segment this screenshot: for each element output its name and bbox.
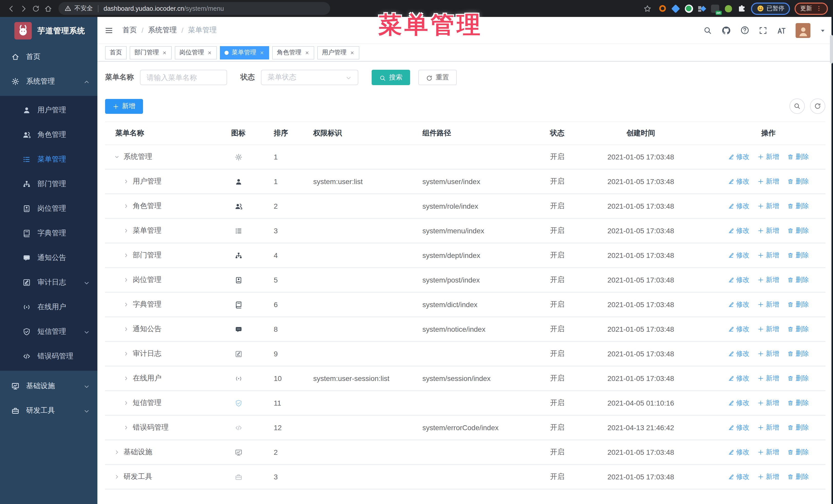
expand-toggle[interactable]	[123, 253, 129, 258]
row-edit-link[interactable]: 修改	[728, 152, 749, 162]
sidebar-item-badge[interactable]: 岗位管理	[0, 196, 97, 221]
row-delete-link[interactable]: 删除	[787, 349, 809, 358]
expand-toggle[interactable]	[123, 278, 129, 283]
extension-green-check-icon[interactable]	[685, 4, 693, 13]
row-edit-link[interactable]: 修改	[728, 423, 749, 432]
browser-reload-button[interactable]	[32, 4, 40, 13]
status-select[interactable]: 菜单状态	[261, 70, 358, 85]
row-edit-link[interactable]: 修改	[728, 177, 749, 186]
help-icon[interactable]	[740, 25, 749, 35]
bookmark-star-icon[interactable]	[643, 4, 651, 13]
tab-home[interactable]: 首页	[105, 46, 127, 59]
expand-toggle[interactable]	[123, 228, 129, 233]
tab-item-4[interactable]: 角色管理	[272, 46, 314, 59]
breadcrumb-item[interactable]: 系统管理	[148, 26, 177, 35]
expand-toggle[interactable]	[123, 425, 129, 430]
row-edit-link[interactable]: 修改	[728, 472, 749, 481]
row-add-link[interactable]: 新增	[758, 152, 779, 162]
tab-item-1[interactable]: 部门管理	[130, 46, 172, 59]
row-delete-link[interactable]: 删除	[787, 251, 809, 260]
extensions-puzzle-icon[interactable]	[737, 4, 746, 13]
expand-toggle[interactable]	[114, 450, 119, 455]
expand-toggle[interactable]	[123, 203, 129, 209]
row-add-link[interactable]: 新增	[758, 226, 779, 235]
close-tab-icon[interactable]	[207, 50, 212, 55]
sidebar-item-log[interactable]: 审计日志	[0, 270, 97, 295]
extension-bug-icon[interactable]	[724, 4, 733, 13]
close-tab-icon[interactable]	[259, 50, 264, 55]
row-add-link[interactable]: 新增	[758, 472, 779, 481]
sidebar-item-monitor[interactable]: 基础设施	[0, 374, 97, 399]
sidebar-item-toolbox[interactable]: 研发工具	[0, 399, 97, 423]
expand-toggle[interactable]	[123, 401, 129, 406]
browser-forward-button[interactable]	[20, 4, 28, 13]
row-edit-link[interactable]: 修改	[728, 325, 749, 334]
row-edit-link[interactable]: 修改	[728, 201, 749, 211]
row-add-link[interactable]: 新增	[758, 300, 779, 309]
row-add-link[interactable]: 新增	[758, 177, 779, 186]
row-edit-link[interactable]: 修改	[728, 448, 749, 457]
expand-toggle[interactable]	[123, 376, 129, 381]
expand-toggle[interactable]	[114, 154, 119, 160]
row-delete-link[interactable]: 删除	[787, 201, 809, 211]
row-delete-link[interactable]: 删除	[787, 275, 809, 285]
row-delete-link[interactable]: 删除	[787, 177, 809, 186]
row-add-link[interactable]: 新增	[758, 423, 779, 432]
font-size-icon[interactable]	[777, 25, 786, 35]
extension-gem-icon[interactable]	[671, 4, 680, 13]
row-delete-link[interactable]: 删除	[787, 226, 809, 235]
browser-update-button[interactable]: 更新	[794, 2, 828, 15]
profile-paused-badge[interactable]: 已暂停	[751, 2, 790, 15]
expand-toggle[interactable]	[123, 351, 129, 356]
extension-squares-icon[interactable]	[697, 4, 706, 13]
extension-dark-icon[interactable]: on	[711, 4, 719, 13]
github-icon[interactable]	[721, 25, 731, 35]
expand-toggle[interactable]	[123, 327, 129, 332]
row-delete-link[interactable]: 删除	[787, 152, 809, 162]
row-delete-link[interactable]: 删除	[787, 300, 809, 309]
collapse-sidebar-icon[interactable]	[104, 26, 113, 34]
close-tab-icon[interactable]	[305, 50, 310, 55]
tab-item-2[interactable]: 岗位管理	[175, 46, 217, 59]
app-logo-row[interactable]: 芋道管理系统	[0, 17, 97, 45]
user-avatar[interactable]	[795, 23, 810, 38]
search-button[interactable]: 搜索	[372, 70, 410, 85]
sidebar-item-shield[interactable]: 短信管理	[0, 319, 97, 344]
close-tab-icon[interactable]	[350, 50, 355, 55]
tab-item-3[interactable]: 菜单管理	[220, 46, 269, 59]
row-add-link[interactable]: 新增	[758, 374, 779, 383]
fullscreen-icon[interactable]	[759, 26, 767, 35]
breadcrumb-item[interactable]: 首页	[122, 26, 137, 35]
expand-toggle[interactable]	[123, 179, 129, 184]
row-add-link[interactable]: 新增	[758, 448, 779, 457]
toggle-search-button[interactable]	[789, 98, 805, 114]
browser-home-button[interactable]	[44, 4, 52, 13]
row-add-link[interactable]: 新增	[758, 399, 779, 408]
address-bar[interactable]: 不安全 dashboard.yudao.iocoder.cn/system/me…	[58, 2, 330, 15]
menu-name-input[interactable]	[140, 70, 227, 85]
scrollbar-thumb[interactable]	[830, 35, 833, 64]
row-add-link[interactable]: 新增	[758, 349, 779, 358]
row-edit-link[interactable]: 修改	[728, 349, 749, 358]
row-add-link[interactable]: 新增	[758, 275, 779, 285]
row-edit-link[interactable]: 修改	[728, 251, 749, 260]
row-delete-link[interactable]: 删除	[787, 399, 809, 408]
row-delete-link[interactable]: 删除	[787, 423, 809, 432]
add-button[interactable]: 新增	[105, 99, 143, 114]
sidebar-item-home[interactable]: 首页	[0, 45, 97, 69]
sidebar-item-online[interactable]: 在线用户	[0, 295, 97, 319]
tab-item-5[interactable]: 用户管理	[317, 46, 359, 59]
row-delete-link[interactable]: 删除	[787, 325, 809, 334]
row-edit-link[interactable]: 修改	[728, 226, 749, 235]
sidebar-item-book[interactable]: 字典管理	[0, 221, 97, 246]
reset-button[interactable]: 重置	[418, 70, 457, 85]
row-edit-link[interactable]: 修改	[728, 374, 749, 383]
sidebar-item-users[interactable]: 角色管理	[0, 123, 97, 147]
browser-back-button[interactable]	[7, 4, 15, 13]
row-add-link[interactable]: 新增	[758, 325, 779, 334]
user-menu-caret-icon[interactable]	[820, 26, 826, 35]
expand-toggle[interactable]	[114, 474, 119, 479]
refresh-table-button[interactable]	[810, 98, 825, 114]
sidebar-item-org-tree[interactable]: 部门管理	[0, 172, 97, 196]
expand-toggle[interactable]	[123, 302, 129, 307]
